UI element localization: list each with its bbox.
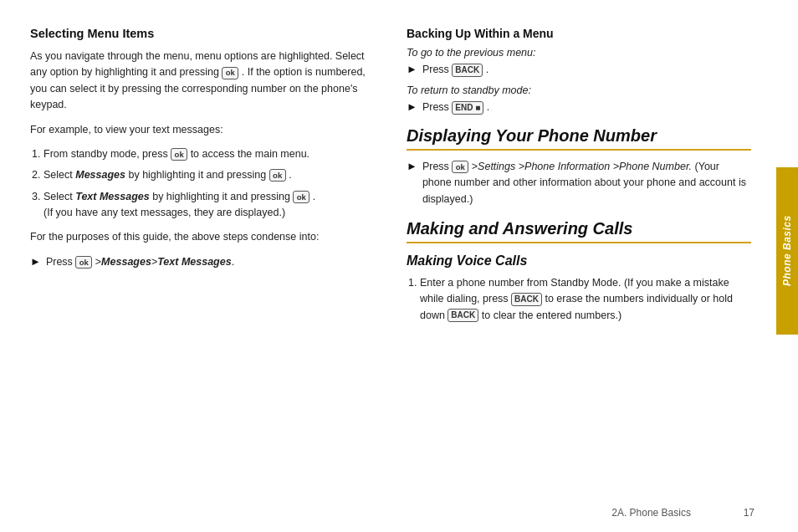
step-2: Select Messages by highlighting it and p… <box>43 167 373 183</box>
display-arrow-icon: ► <box>407 160 417 172</box>
step-1: From standby mode, press ok to access th… <box>43 146 373 162</box>
standby-label: To return to standby mode: <box>407 84 751 96</box>
step1-text-before: From standby mode, press <box>43 148 171 160</box>
end-period: . <box>487 101 489 113</box>
step2-bold: Messages <box>75 169 125 181</box>
end-key-badge: END ■ <box>452 101 483 115</box>
back-key-badge: BACK <box>452 64 483 77</box>
backing-up-title: Backing Up Within a Menu <box>407 27 751 40</box>
making-voice-heading: Making Voice Calls <box>407 253 751 269</box>
right-column: Backing Up Within a Menu To go to the pr… <box>398 27 775 512</box>
step2-ok-key: ok <box>269 169 286 182</box>
display-bullet: ► Press ok >Settings >Phone Information … <box>407 159 751 207</box>
voice-step-1: Enter a phone number from Standby Mode. … <box>420 275 751 324</box>
bullet-press-label: Press <box>46 256 75 268</box>
step1-text-after: to access the main menu. <box>191 148 309 160</box>
voice-steps-list: Enter a phone number from Standby Mode. … <box>407 275 751 324</box>
back-period: . <box>486 64 489 75</box>
step3-text-before: Select <box>43 191 75 202</box>
bullet-arrow-icon: ► <box>30 255 41 268</box>
back-arrow-icon: ► <box>407 63 417 75</box>
footer: 2A. Phone Basics 17 <box>611 507 755 519</box>
prev-menu-label: To go to the previous menu: <box>407 47 751 59</box>
display-nav-text: >Settings >Phone Information >Phone Numb… <box>472 161 695 172</box>
example-intro: For example, to view your text messages: <box>30 122 373 138</box>
step2-text-before: Select <box>43 169 75 181</box>
phone-basics-tab: Phone Basics <box>776 167 798 335</box>
end-arrow-icon: ► <box>407 100 417 113</box>
display-ok-key: ok <box>452 161 468 173</box>
step3-note: (If you have any text messages, they are… <box>43 207 285 218</box>
step3-bold: Text Messages <box>75 191 149 202</box>
voice-back-key2: BACK <box>448 309 478 322</box>
step2-text-after: . <box>289 169 291 181</box>
condensed-content: Press ok >Messages>Text Messages. <box>46 254 234 270</box>
step3-text-mid: by highlighting it and pressing <box>152 191 293 202</box>
back-content: Press BACK . <box>422 62 489 78</box>
footer-separator <box>700 507 734 519</box>
condense-text: For the purposes of this guide, the abov… <box>30 229 373 245</box>
footer-chapter: 2A. Phone Basics <box>611 507 691 519</box>
making-calls-heading: Making and Answering Calls <box>407 219 751 243</box>
display-phone-heading: Displaying Your Phone Number <box>407 126 751 151</box>
left-section-title: Selecting Menu Items <box>30 27 373 40</box>
end-content: Press END ■ . <box>422 100 489 115</box>
steps-list: From standby mode, press ok to access th… <box>30 146 373 222</box>
footer-page: 17 <box>744 507 755 519</box>
condensed-bullet: ► Press ok >Messages>Text Messages. <box>30 254 373 270</box>
ok-key-inline: ok <box>222 67 238 79</box>
left-column: Selecting Menu Items As you navigate thr… <box>30 27 398 512</box>
intro-paragraph: As you navigate through the menu, menu o… <box>30 49 373 114</box>
press-end-label: Press <box>422 101 452 113</box>
step1-ok-key: ok <box>171 148 187 161</box>
step3-text-after: . <box>313 191 315 202</box>
step3-ok-key: ok <box>293 191 309 203</box>
display-press-label: Press <box>422 161 452 172</box>
end-bullet: ► Press END ■ . <box>407 100 751 115</box>
bullet-ok-key: ok <box>75 256 92 269</box>
voice-step1-after: to clear the entered numbers.) <box>482 309 622 321</box>
back-bullet: ► Press BACK . <box>407 62 751 78</box>
press-back-label: Press <box>422 64 452 75</box>
step-3: Select Text Messages by highlighting it … <box>43 189 373 222</box>
voice-back-key1: BACK <box>511 293 542 306</box>
display-content: Press ok >Settings >Phone Information >P… <box>422 159 751 207</box>
bullet-nav-text: >Messages>Text Messages. <box>95 256 234 268</box>
step2-text-mid: by highlighting it and pressing <box>128 169 269 181</box>
